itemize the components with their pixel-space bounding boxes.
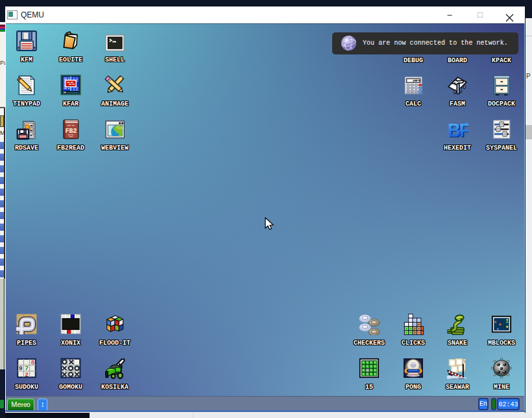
svg-text:9: 9 (19, 365, 23, 372)
svg-text:2: 2 (25, 371, 29, 378)
svg-text:BF: BF (448, 120, 468, 140)
svg-text:8: 8 (30, 359, 34, 366)
svg-text:FB2: FB2 (65, 128, 77, 135)
